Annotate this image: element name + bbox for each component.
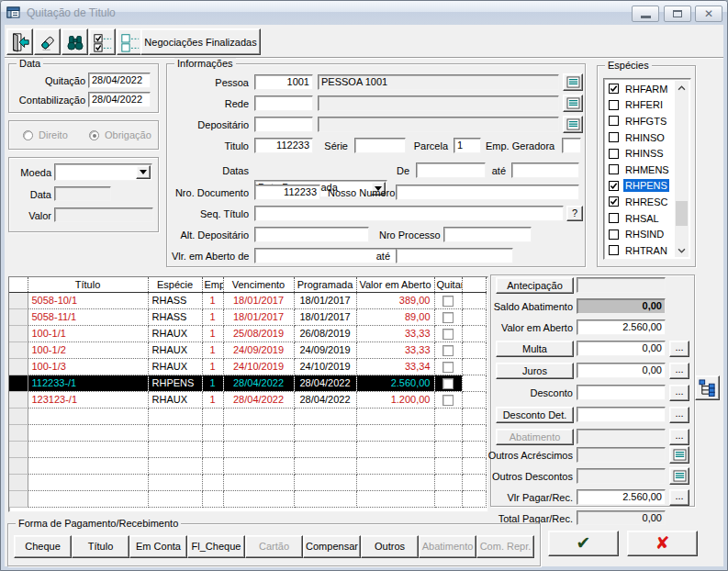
quitar-checkbox[interactable] xyxy=(442,345,454,356)
payment-button-em-conta[interactable]: Em Conta xyxy=(129,535,187,558)
vlr-em-aberto-ate-field[interactable] xyxy=(396,248,513,263)
especie-checkbox[interactable] xyxy=(609,84,619,94)
especie-item[interactable]: RHFERI xyxy=(606,97,675,114)
vlr-pagar-rec-field[interactable]: 2.560,00 xyxy=(577,489,666,505)
radio-obrigacao[interactable]: Obrigação xyxy=(89,129,151,140)
especie-checkbox[interactable] xyxy=(609,230,619,240)
moeda-combo[interactable] xyxy=(54,163,152,181)
row-selector[interactable] xyxy=(9,325,28,341)
seq-titulo-help-button[interactable]: ? xyxy=(566,206,583,221)
table-row-empty[interactable] xyxy=(9,441,486,457)
clear-button[interactable] xyxy=(34,28,61,55)
row-selector[interactable] xyxy=(9,358,28,375)
quitar-checkbox[interactable] xyxy=(442,312,454,323)
pessoa-code-field[interactable]: 1001 xyxy=(254,74,313,90)
table-row-empty[interactable] xyxy=(9,408,486,424)
table-row[interactable]: 112233-/1RHPENS128/04/202228/04/20222.56… xyxy=(9,375,486,391)
especie-item[interactable]: RHFARM xyxy=(606,81,675,97)
cancel-button[interactable]: ✘ xyxy=(627,531,698,556)
pessoa-lookup-button[interactable] xyxy=(563,73,583,91)
quitar-checkbox[interactable] xyxy=(442,362,454,373)
row-selector[interactable] xyxy=(9,375,28,391)
nro-documento-field[interactable]: 112233 xyxy=(254,185,320,200)
close-button[interactable]: ✕ xyxy=(695,6,722,22)
confirm-button[interactable]: ✔ xyxy=(548,531,619,556)
payment-button-cheque[interactable]: Cheque xyxy=(14,535,72,558)
especie-checkbox[interactable] xyxy=(609,181,619,191)
nro-processo-field[interactable] xyxy=(443,227,532,242)
especie-item[interactable]: RHPENS xyxy=(606,178,675,195)
row-selector[interactable] xyxy=(9,292,28,308)
outros-descontos-lookup-button[interactable] xyxy=(669,467,689,485)
negociacoes-finalizadas-button[interactable]: Negociações Finalizadas xyxy=(140,28,261,55)
check-all-button[interactable] xyxy=(89,28,116,55)
cell-quitar[interactable] xyxy=(434,341,462,358)
especie-checkbox[interactable] xyxy=(609,196,619,207)
table-row[interactable]: 100-1/1RHAUX125/08/201926/08/201933,33 xyxy=(9,325,486,341)
moeda-dropdown-button[interactable] xyxy=(136,165,151,179)
row-selector[interactable] xyxy=(9,457,28,474)
table-row-empty[interactable] xyxy=(9,474,486,490)
depositario-code-field[interactable] xyxy=(254,117,313,132)
especie-item[interactable]: RHRESC xyxy=(606,194,675,210)
table-row-empty[interactable] xyxy=(9,457,486,474)
especie-item[interactable]: RHINSS xyxy=(606,145,675,162)
especie-item[interactable]: RHSAL xyxy=(606,210,675,227)
search-button[interactable] xyxy=(62,28,88,55)
payment-button-t-tulo[interactable]: Título xyxy=(72,535,129,558)
vlr-pagar-detail-button[interactable]: ... xyxy=(669,489,689,506)
cell-quitar[interactable] xyxy=(434,358,462,375)
desconto-detail-button[interactable]: ... xyxy=(669,385,689,401)
especie-item[interactable]: RHFGTS xyxy=(606,113,675,129)
titlebar[interactable]: Quitação de Titulo xyxy=(1,1,727,25)
juros-button[interactable]: Juros xyxy=(496,363,574,379)
payment-button-compensar[interactable]: Compensar xyxy=(303,535,361,558)
row-selector[interactable] xyxy=(9,424,28,441)
especie-item[interactable]: RHINSO xyxy=(606,129,675,146)
especie-checkbox[interactable] xyxy=(609,100,619,110)
table-row-empty[interactable] xyxy=(9,490,486,507)
especie-checkbox[interactable] xyxy=(609,213,619,223)
especie-checkbox[interactable] xyxy=(609,149,619,159)
row-selector[interactable] xyxy=(9,474,28,490)
scroll-up-button[interactable] xyxy=(675,81,689,95)
maximize-button[interactable] xyxy=(664,6,691,22)
multa-detail-button[interactable]: ... xyxy=(669,341,689,357)
row-selector[interactable] xyxy=(9,341,28,358)
especie-checkbox[interactable] xyxy=(609,116,619,126)
especie-checkbox[interactable] xyxy=(609,245,619,255)
seq-titulo-field[interactable] xyxy=(254,206,564,221)
desconto-det-detail-button[interactable]: ... xyxy=(669,407,689,423)
minimize-button[interactable] xyxy=(632,6,659,22)
quitacao-date-field[interactable]: 28/04/2022 xyxy=(88,73,151,88)
especie-item[interactable]: RHTRAN xyxy=(606,242,675,257)
table-row[interactable]: 123123-/1RHAUX128/04/202228/04/20221.200… xyxy=(9,391,486,408)
depositario-lookup-button[interactable] xyxy=(563,116,583,133)
juros-detail-button[interactable]: ... xyxy=(669,363,689,379)
multa-button[interactable]: Multa xyxy=(496,341,574,357)
rede-lookup-button[interactable] xyxy=(563,95,583,112)
alt-depositario-field[interactable] xyxy=(254,227,369,242)
especie-checkbox[interactable] xyxy=(609,164,619,174)
table-row[interactable]: 5058-11/1RHASS118/01/201718/01/201789,00 xyxy=(9,308,486,325)
payment-button-fl-cheque[interactable]: Fl_Cheque xyxy=(187,535,245,558)
abatimento-detail-button[interactable]: ... xyxy=(669,429,689,445)
ate-field[interactable] xyxy=(511,162,579,178)
row-selector[interactable] xyxy=(9,391,28,408)
radio-direito[interactable]: Direito xyxy=(23,129,68,140)
parcela-field[interactable]: 1 xyxy=(454,138,481,153)
contabilizacao-date-field[interactable]: 28/04/2022 xyxy=(88,92,151,107)
nosso-numero-field[interactable] xyxy=(396,185,579,200)
scroll-thumb[interactable] xyxy=(676,201,688,226)
especie-item[interactable]: RHMENS xyxy=(606,162,675,178)
payment-button-outros[interactable]: Outros xyxy=(361,535,419,558)
uncheck-all-button[interactable] xyxy=(117,28,143,55)
especies-scrollbar[interactable] xyxy=(675,81,689,257)
especie-checkbox[interactable] xyxy=(609,132,619,142)
rede-code-field[interactable] xyxy=(254,95,313,111)
table-row[interactable]: 100-1/2RHAUX124/09/201924/09/201933,33 xyxy=(9,341,486,358)
table-row[interactable]: 100-1/3RHAUX124/10/201924/10/201933,34 xyxy=(9,358,486,375)
serie-field[interactable] xyxy=(354,138,406,153)
desconto-det-button[interactable]: Desconto Det. xyxy=(496,407,574,423)
row-selector[interactable] xyxy=(9,408,28,424)
